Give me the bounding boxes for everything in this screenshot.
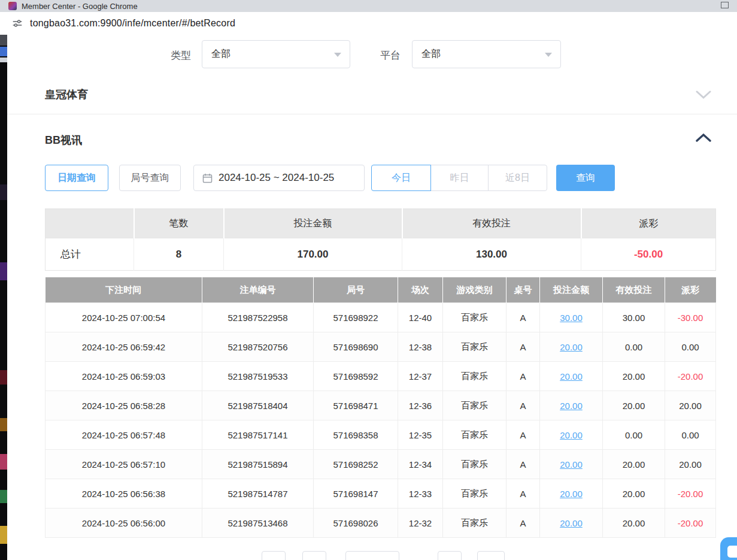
record-cell-time: 2024-10-25 06:58:28	[46, 391, 202, 420]
type-filter-label: 类型	[171, 49, 191, 62]
record-cell-order: 521987513468	[202, 508, 314, 538]
records-body: 2024-10-25 07:00:54521987522958571698922…	[46, 303, 716, 538]
record-cell-valid: 0.00	[603, 420, 665, 450]
record-cell-time: 2024-10-25 06:57:48	[46, 420, 202, 450]
record-cell-time: 2024-10-25 06:56:38	[46, 479, 202, 508]
records-header-cell: 投注金额	[540, 277, 603, 303]
record-cell-game: 百家乐	[443, 391, 507, 420]
window-title: Member Center - Google Chrome	[22, 2, 138, 11]
platform-select-value: 全部	[421, 48, 441, 60]
record-row: 2024-10-25 06:58:28521987518404571698471…	[46, 391, 716, 420]
summary-bet-value: 170.00	[224, 238, 402, 271]
record-cell-session: 12-32	[398, 508, 443, 538]
section-bb-video[interactable]: BB视讯	[7, 125, 737, 155]
pagination-jump-input[interactable]	[477, 551, 505, 560]
record-cell-valid: 20.00	[603, 362, 665, 391]
chevron-down-icon[interactable]	[696, 90, 711, 99]
record-cell-valid: 20.00	[603, 508, 665, 538]
record-cell-table: A	[507, 303, 540, 332]
record-cell-round: 571698922	[314, 303, 398, 332]
section-title: BB视讯	[45, 133, 82, 147]
record-cell-payout: 0.00	[665, 420, 716, 450]
record-cell-round: 571698026	[314, 508, 398, 538]
bet-amount-link[interactable]: 20.00	[560, 371, 583, 382]
chevron-down-icon	[545, 53, 552, 57]
record-cell-order: 521987515894	[202, 450, 314, 479]
record-cell-session: 12-40	[398, 303, 443, 332]
chevron-up-icon[interactable]	[696, 133, 711, 143]
pagination-size-select[interactable]	[345, 551, 399, 560]
record-cell-table: A	[507, 391, 540, 420]
date-range-picker[interactable]: 2024-10-25 ~ 2024-10-25	[193, 165, 365, 191]
record-cell-valid: 20.00	[603, 479, 665, 508]
type-select[interactable]: 全部	[202, 40, 350, 68]
record-cell-round: 571698252	[314, 450, 398, 479]
record-cell-session: 12-35	[398, 420, 443, 450]
record-cell-time: 2024-10-25 06:56:00	[46, 508, 202, 538]
record-cell-payout: 20.00	[665, 391, 716, 420]
bet-amount-link[interactable]: 20.00	[560, 459, 583, 470]
record-row: 2024-10-25 06:56:00521987513468571698026…	[46, 508, 716, 538]
pagination-prev-button[interactable]	[262, 551, 286, 560]
section-crown-sports[interactable]: 皇冠体育	[7, 78, 737, 114]
chat-icon	[727, 546, 737, 558]
record-row: 2024-10-25 06:59:03521987519533571698592…	[46, 362, 716, 391]
search-button[interactable]: 查询	[556, 165, 615, 191]
summary-total-label: 总计	[46, 238, 134, 271]
bet-amount-link[interactable]: 20.00	[560, 430, 583, 440]
record-cell-order: 521987522958	[202, 303, 314, 332]
record-row: 2024-10-25 07:00:54521987522958571698922…	[46, 303, 716, 332]
record-cell-round: 571698690	[314, 332, 398, 362]
url-bar: tongbao31.com:9900/infe/mcenter/#/betRec…	[0, 12, 737, 35]
date-range-value: 2024-10-25 ~ 2024-10-25	[219, 172, 334, 184]
record-cell-table: A	[507, 420, 540, 450]
platform-filter-label: 平台	[380, 49, 401, 62]
quick-day-group: 今日 昨日 近8日	[371, 165, 547, 191]
today-button[interactable]: 今日	[371, 165, 431, 191]
pagination-next-button[interactable]	[438, 551, 462, 560]
record-cell-game: 百家乐	[443, 508, 507, 538]
platform-select[interactable]: 全部	[412, 40, 561, 68]
record-cell-table: A	[507, 362, 540, 391]
yesterday-button[interactable]: 昨日	[430, 165, 489, 191]
round-query-tab[interactable]: 局号查询	[119, 165, 181, 191]
record-cell-bet: 20.00	[540, 420, 603, 450]
site-favicon-icon	[8, 2, 17, 10]
record-cell-session: 12-38	[398, 332, 443, 362]
summary-total-row: 总计 8 170.00 130.00 -50.00	[46, 238, 716, 271]
records-header-cell: 下注时间	[46, 277, 202, 303]
bet-amount-link[interactable]: 20.00	[560, 342, 583, 352]
date-query-tab[interactable]: 日期查询	[45, 165, 108, 191]
summary-header-blank	[46, 209, 134, 238]
record-cell-game: 百家乐	[443, 420, 507, 450]
record-cell-time: 2024-10-25 06:59:42	[46, 332, 202, 362]
record-row: 2024-10-25 06:59:42521987520756571698690…	[46, 332, 716, 362]
bet-amount-link[interactable]: 20.00	[560, 489, 583, 499]
summary-header-payout: 派彩	[581, 209, 716, 238]
background-window-strip	[0, 35, 7, 560]
record-row: 2024-10-25 06:57:48521987517141571698358…	[46, 420, 716, 450]
bet-amount-link[interactable]: 30.00	[560, 313, 583, 323]
record-cell-game: 百家乐	[443, 450, 507, 479]
bet-amount-link[interactable]: 20.00	[560, 401, 583, 411]
maximize-icon[interactable]	[721, 2, 729, 8]
record-cell-payout: 20.00	[665, 450, 716, 479]
record-cell-valid: 0.00	[603, 332, 665, 362]
record-cell-payout: -20.00	[665, 479, 716, 508]
section-title: 皇冠体育	[45, 87, 88, 102]
record-row: 2024-10-25 06:56:38521987514787571698147…	[46, 479, 716, 508]
records-header-row: 下注时间注单编号局号场次游戏类别桌号投注金额有效投注派彩	[46, 277, 716, 303]
last-8-days-button[interactable]: 近8日	[488, 165, 547, 191]
address-bar[interactable]: tongbao31.com:9900/infe/mcenter/#/betRec…	[30, 18, 235, 29]
customer-service-button[interactable]	[720, 537, 737, 560]
record-cell-order: 521987520756	[202, 332, 314, 362]
pagination-page-button[interactable]	[302, 551, 326, 560]
record-cell-table: A	[507, 450, 540, 479]
summary-header-row: 笔数 投注金额 有效投注 派彩	[46, 209, 716, 238]
bet-amount-link[interactable]: 20.00	[560, 518, 583, 528]
record-cell-bet: 20.00	[540, 450, 603, 479]
site-settings-icon[interactable]	[12, 18, 23, 29]
record-cell-valid: 20.00	[603, 391, 665, 420]
calendar-icon	[202, 173, 213, 183]
chevron-down-icon	[334, 53, 341, 57]
